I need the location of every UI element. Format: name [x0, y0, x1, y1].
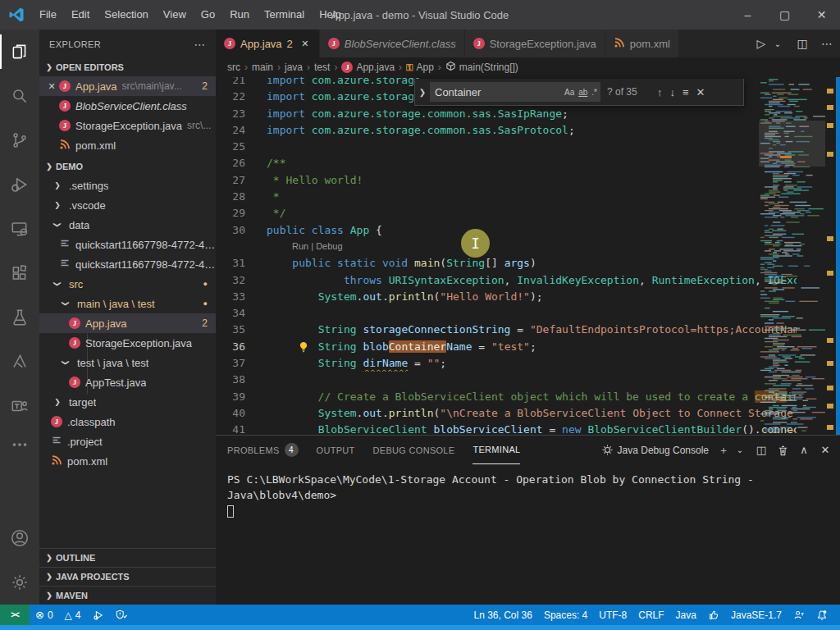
- activity-more-icon[interactable]: [0, 428, 39, 461]
- lightbulb-icon[interactable]: [298, 341, 309, 353]
- tree-item[interactable]: JAppTest.java: [39, 372, 216, 392]
- section-outline[interactable]: ❯OUTLINE: [39, 548, 216, 567]
- tree-item[interactable]: ❯test \ java \ test: [39, 353, 216, 372]
- tree-item[interactable]: ❯.settings: [39, 176, 216, 195]
- status-warning[interactable]: △4: [59, 605, 87, 625]
- activity-search-icon[interactable]: [0, 74, 39, 118]
- run-dropdown-icon[interactable]: ⌄: [769, 39, 786, 48]
- find-in-selection-icon[interactable]: ≡: [682, 86, 689, 98]
- panel-tab-terminal[interactable]: TERMINAL: [472, 436, 520, 464]
- terminal-dropdown-icon[interactable]: ⌄: [733, 445, 746, 454]
- activity-source-control-icon[interactable]: [0, 118, 39, 162]
- activity-explorer-icon[interactable]: [0, 30, 39, 74]
- find-close-icon[interactable]: ✕: [696, 86, 705, 98]
- notifications[interactable]: [810, 605, 833, 625]
- tab-storageexception-java[interactable]: JStorageException.java: [465, 30, 605, 57]
- activity-account-icon[interactable]: [0, 516, 39, 560]
- folder-root-header[interactable]: ❯ DEMO: [39, 158, 216, 176]
- panel-tab-debug-console[interactable]: DEBUG CONSOLE: [373, 436, 455, 464]
- menu-selection[interactable]: Selection: [97, 0, 155, 30]
- menu-run[interactable]: Run: [222, 0, 257, 30]
- section-java-projects[interactable]: ❯JAVA PROJECTS: [39, 567, 216, 586]
- close-button[interactable]: ✕: [803, 0, 840, 30]
- language-mode[interactable]: Java: [670, 605, 702, 625]
- menu-file[interactable]: File: [32, 0, 64, 30]
- open-editor-item[interactable]: JStorageException.javasrc\...: [39, 116, 216, 135]
- tab-app-java[interactable]: JApp.java2✕: [216, 30, 320, 57]
- status-shield[interactable]: [110, 605, 133, 625]
- tree-item[interactable]: ❯target: [39, 392, 216, 412]
- breadcrumb-item-main[interactable]: main: [252, 62, 273, 73]
- tree-item[interactable]: quickstart11667798-4772-49a...: [39, 235, 216, 254]
- status-debug[interactable]: [87, 605, 110, 625]
- encoding[interactable]: UTF-8: [593, 605, 632, 625]
- menu-terminal[interactable]: Terminal: [257, 0, 312, 30]
- remote-indicator[interactable]: ><: [0, 605, 30, 625]
- activity-testing-icon[interactable]: [0, 295, 39, 340]
- tree-item[interactable]: .project: [39, 431, 216, 451]
- eol[interactable]: CRLF: [632, 605, 669, 625]
- minimap[interactable]: [759, 77, 825, 435]
- tab-blobserviceclient-class[interactable]: JBlobServiceClient.class: [320, 30, 465, 57]
- code-editor[interactable]: 21import com.azure.storage.22import com.…: [216, 77, 840, 435]
- find-input-box[interactable]: Aa ab .*: [430, 82, 600, 102]
- split-editor-icon[interactable]: ◫: [794, 37, 810, 50]
- close-panel-icon[interactable]: ✕: [819, 444, 832, 456]
- kill-terminal-icon[interactable]: [776, 443, 789, 456]
- maximize-panel-icon[interactable]: ∧: [797, 444, 810, 456]
- activity-azure-icon[interactable]: [0, 340, 39, 384]
- split-terminal-icon[interactable]: ◫: [755, 444, 768, 456]
- breadcrumb-item-test[interactable]: test: [314, 62, 330, 73]
- match-case-icon[interactable]: Aa: [564, 88, 574, 97]
- close-tab-icon[interactable]: ✕: [299, 39, 311, 49]
- close-editor-icon[interactable]: ✕: [44, 81, 59, 92]
- menu-help[interactable]: Help: [312, 0, 349, 30]
- status-error[interactable]: ⊗0: [30, 605, 59, 625]
- menu-go[interactable]: Go: [194, 0, 222, 30]
- terminal-output[interactable]: PS C:\LBWorkSpace\MyCode\1-Storage Accou…: [227, 472, 832, 518]
- open-editor-item[interactable]: pom.xml: [39, 135, 216, 155]
- tree-item[interactable]: ❯main \ java \ test●: [39, 294, 216, 313]
- breadcrumb-item-app[interactable]: ⚿App: [406, 62, 434, 73]
- terminal-console-select[interactable]: Java Debug Console: [601, 444, 709, 456]
- section-maven[interactable]: ❯MAVEN: [39, 586, 216, 605]
- tree-item[interactable]: pom.xml: [39, 451, 216, 471]
- more-icon[interactable]: ⋯: [819, 37, 835, 50]
- activity-remote-explorer-icon[interactable]: [0, 207, 39, 251]
- regex-icon[interactable]: .*: [591, 88, 597, 97]
- tree-item[interactable]: J.classpath: [39, 412, 216, 431]
- breadcrumb-item-src[interactable]: src: [227, 62, 240, 73]
- feedback-thumbs[interactable]: [702, 605, 725, 625]
- activity-extensions-icon[interactable]: [0, 251, 39, 295]
- whole-word-icon[interactable]: ab: [578, 88, 587, 97]
- new-terminal-icon[interactable]: ＋: [717, 443, 730, 458]
- activity-run-debug-icon[interactable]: [0, 162, 39, 207]
- tree-item[interactable]: ❯.vscode: [39, 195, 216, 215]
- find-previous-icon[interactable]: ↑: [657, 86, 663, 98]
- open-editor-item[interactable]: JBlobServiceClient.class: [39, 96, 216, 116]
- tree-item[interactable]: quickstart11667798-4772-49a...: [39, 254, 216, 274]
- menu-view[interactable]: View: [156, 0, 194, 30]
- cursor-position[interactable]: Ln 36, Col 36: [468, 605, 537, 625]
- tree-item[interactable]: ❯src●: [39, 274, 216, 294]
- maximize-button[interactable]: ▢: [766, 0, 803, 30]
- indentation[interactable]: Spaces: 4: [538, 605, 593, 625]
- run-icon[interactable]: ▷: [753, 37, 769, 50]
- find-input[interactable]: [435, 86, 560, 98]
- tree-item[interactable]: ❯data: [39, 215, 216, 235]
- explorer-more-actions-icon[interactable]: ⋯: [194, 38, 206, 51]
- tree-item[interactable]: JApp.java2: [39, 313, 216, 333]
- minimize-button[interactable]: –: [729, 0, 766, 30]
- java-runtime[interactable]: JavaSE-1.7: [725, 605, 788, 625]
- tab-pom-xml[interactable]: pom.xml: [605, 30, 679, 57]
- find-toggle-replace-icon[interactable]: ❯: [415, 88, 430, 97]
- breadcrumb-item-app-java[interactable]: JApp.java: [341, 62, 395, 73]
- breadcrumb-item-java[interactable]: java: [285, 62, 303, 73]
- menu-edit[interactable]: Edit: [64, 0, 97, 30]
- feedback[interactable]: [788, 605, 810, 625]
- open-editors-header[interactable]: ❯ OPEN EDITORS: [39, 58, 216, 76]
- codelens-run-debug[interactable]: Run | Debug: [216, 239, 840, 255]
- tree-item[interactable]: JStorageException.java: [39, 333, 216, 353]
- find-next-icon[interactable]: ↓: [670, 86, 676, 98]
- activity-teams-icon[interactable]: [0, 384, 39, 428]
